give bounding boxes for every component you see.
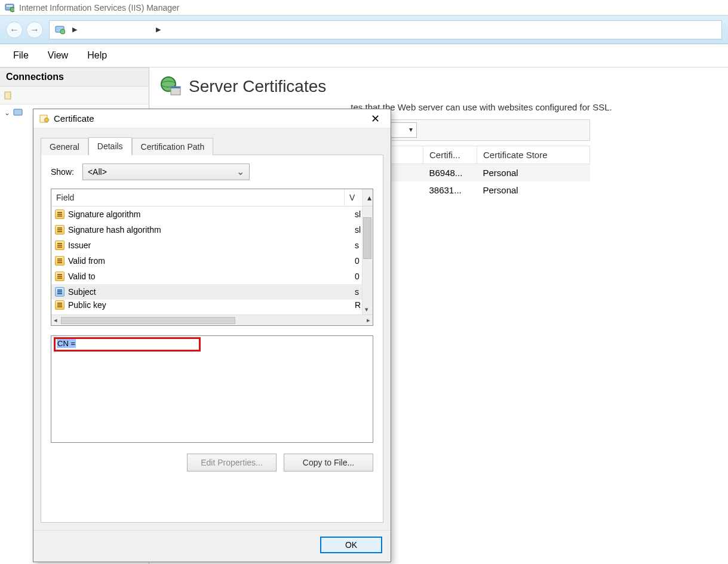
field-detail-textbox[interactable]: CN = (51, 335, 373, 443)
ok-button[interactable]: OK (320, 537, 382, 553)
menu-file[interactable]: File (10, 48, 32, 63)
scroll-left-icon[interactable]: ◂ (54, 316, 57, 324)
svg-point-12 (45, 118, 49, 122)
scroll-down-icon[interactable]: ▾ (362, 306, 371, 313)
field-list-header: Field V ▴ (51, 189, 373, 207)
property-icon (55, 256, 64, 266)
svg-rect-6 (14, 109, 22, 115)
field-row[interactable]: Issuers (51, 238, 373, 253)
field-row[interactable]: Signature algorithmsl (51, 207, 373, 222)
tab-certification-path[interactable]: Certification Path (132, 138, 214, 155)
property-icon (55, 287, 64, 297)
menu-view[interactable]: View (44, 48, 72, 63)
field-row[interactable]: Subjects (51, 284, 373, 300)
property-icon (55, 225, 64, 235)
property-icon (55, 272, 64, 281)
connections-title: Connections (0, 67, 149, 87)
detail-cn-value: CN = (57, 339, 76, 348)
field-row[interactable]: Valid from0 (51, 253, 373, 269)
menu-bar: File View Help (0, 44, 728, 67)
server-certificates-icon (160, 76, 182, 97)
property-icon (55, 241, 64, 250)
col-value[interactable]: V (344, 189, 362, 206)
dialog-titlebar: Certificate ✕ (33, 109, 391, 128)
nav-back-button[interactable]: ← (6, 21, 23, 38)
edit-properties-button: Edit Properties... (187, 454, 277, 471)
dialog-tabs: General Details Certification Path (41, 137, 383, 155)
window-title: Internet Information Services (IIS) Mana… (19, 3, 179, 13)
show-select[interactable]: <All> (82, 164, 250, 180)
svg-point-4 (60, 29, 65, 34)
page-title: Server Certificates (189, 77, 326, 96)
vertical-scrollbar[interactable]: ▾ (362, 207, 373, 315)
svg-rect-1 (7, 5, 13, 7)
dialog-footer: OK (33, 530, 391, 562)
field-row[interactable]: Valid to0 (51, 269, 373, 284)
cell-store: Personal (477, 164, 590, 182)
field-name: Subject (68, 287, 351, 297)
scroll-right-icon[interactable]: ▸ (367, 316, 370, 324)
property-icon (55, 209, 64, 219)
tab-details[interactable]: Details (88, 137, 132, 155)
cell-store: Personal (477, 181, 590, 199)
field-list[interactable]: ▾ Signature algorithmslSignature hash al… (51, 207, 373, 315)
menu-help[interactable]: Help (84, 48, 110, 63)
field-name: Valid from (68, 256, 351, 266)
col-field[interactable]: Field (51, 189, 344, 206)
show-select-value: <All> (88, 167, 107, 177)
field-name: Signature algorithm (68, 209, 351, 219)
dialog-close-button[interactable]: ✕ (365, 113, 385, 124)
svg-rect-5 (5, 92, 11, 99)
field-name: Issuer (68, 241, 351, 250)
property-icon (55, 300, 64, 310)
field-row[interactable]: Signature hash algorithmsl (51, 222, 373, 238)
nav-forward-button[interactable]: → (26, 21, 43, 38)
connections-toolbar (0, 87, 149, 104)
expand-caret-icon[interactable]: ⌄ (4, 109, 11, 117)
tab-panel-details: Show: <All> Field V ▴ ▾ Signature algori… (41, 155, 383, 523)
cell-hash: 38631... (423, 181, 477, 199)
cn-highlight-annotation: CN = (54, 337, 201, 352)
svg-point-2 (10, 7, 14, 12)
iis-app-icon (5, 3, 14, 13)
window-titlebar: Internet Information Services (IIS) Mana… (0, 0, 728, 16)
tab-general[interactable]: General (41, 138, 88, 155)
dialog-title: Certificate (54, 113, 94, 124)
server-node-icon (13, 108, 23, 118)
server-icon (54, 24, 65, 35)
certificate-icon (39, 114, 49, 124)
scrollbar-thumb[interactable] (363, 217, 371, 259)
cell-hash: B6948... (423, 164, 477, 182)
scroll-up-icon[interactable]: ▴ (362, 189, 373, 206)
field-name: Public key (68, 300, 351, 310)
nav-toolbar: ← → ▶ ▶ (0, 16, 728, 44)
file-icon (4, 91, 13, 100)
field-name: Signature hash algorithm (68, 225, 351, 235)
field-name: Valid to (68, 272, 351, 281)
breadcrumb-arrow-icon: ▶ (72, 26, 77, 33)
h-scrollbar-thumb[interactable] (61, 317, 235, 324)
breadcrumb-arrow-icon: ▶ (156, 26, 161, 33)
show-label: Show: (51, 167, 74, 177)
col-store[interactable]: Certificate Store (477, 146, 590, 164)
svg-rect-10 (171, 87, 180, 88)
certificate-dialog: Certificate ✕ General Details Certificat… (33, 109, 391, 562)
col-hash[interactable]: Certifi... (423, 146, 477, 164)
field-listbox: Field V ▴ ▾ Signature algorithmslSignatu… (51, 189, 373, 326)
address-bar[interactable]: ▶ ▶ (49, 20, 722, 39)
field-row[interactable]: Public keyR (51, 300, 373, 310)
horizontal-scrollbar[interactable]: ◂ ▸ (51, 315, 373, 325)
copy-to-file-button[interactable]: Copy to File... (284, 454, 373, 471)
